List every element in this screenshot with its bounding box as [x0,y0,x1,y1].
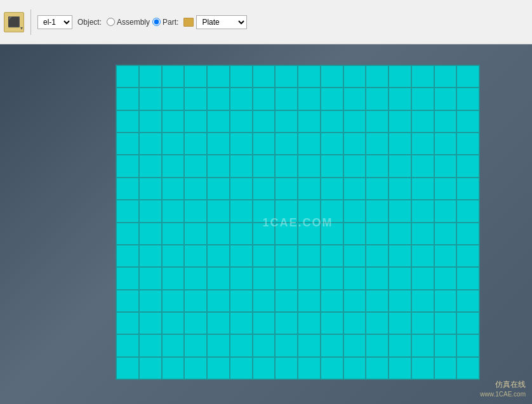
mesh-cell [343,178,366,200]
model-select[interactable]: el-1 el-2 [37,15,72,29]
mesh-cell [275,267,298,289]
mesh-cell [253,312,276,334]
mesh-cell [184,267,207,289]
mesh-cell [207,312,230,334]
mesh-cell [253,267,276,289]
mesh-cell [411,357,434,379]
mesh-cell [411,178,434,200]
mesh-cell [456,312,479,334]
mesh-cell [253,357,276,379]
mesh-cell [321,88,343,110]
mesh-cell [456,178,479,200]
mesh-cell [456,65,479,88]
mesh-cell [411,155,434,177]
mesh-cell [389,290,411,312]
assembly-radio-label[interactable]: Assembly [107,18,150,27]
mesh-cell [456,334,479,356]
mesh-cell [366,110,389,133]
mesh-cell [389,245,411,267]
mesh-cell [366,178,389,200]
mesh-cell [389,223,411,245]
mesh-cell [343,200,366,222]
mesh-cell [230,155,253,177]
part-radio-label[interactable]: Part: [152,18,178,27]
mesh-cell [389,88,411,110]
mesh-cell [411,65,434,88]
mesh-cell [275,245,298,267]
mesh-cell [411,88,434,110]
mesh-cell [230,223,253,245]
toolbar: ⬛ el-1 el-2 Object: Assembly Part: Plate… [0,0,532,44]
mesh-cell [116,200,139,222]
mesh-cell [184,110,207,133]
mesh-cell [116,155,139,177]
mesh-cell [321,290,343,312]
mesh-cell [321,178,343,200]
mesh-cell [253,334,276,356]
mesh-cell [184,334,207,356]
mesh-cell [389,65,411,88]
mesh-cell [253,200,276,222]
mesh-cell [116,312,139,334]
part-select[interactable]: Plate Part-1 [196,15,247,29]
mesh-cell [207,65,230,88]
mesh-cell [207,245,230,267]
mesh-cell [343,223,366,245]
mesh-cell [139,155,162,177]
mesh-cell [116,178,139,200]
mesh-cell [456,290,479,312]
mesh-cell [139,334,162,356]
mesh-cell [162,155,185,177]
mesh-cell [230,133,253,155]
mesh-cell [456,110,479,133]
mesh-cell [139,65,162,88]
mesh-cell [456,200,479,222]
mesh-cell [162,245,185,267]
watermark-bottom-right: 仿真在线 www.1CAE.com [480,379,526,399]
mesh-cell [343,312,366,334]
mesh-cell [389,312,411,334]
mesh-cell [456,245,479,267]
mesh-cell [343,357,366,379]
mesh-cell [230,267,253,289]
mesh-cell [366,155,389,177]
cube-icon: ⬛ [8,16,20,28]
mesh-cell [389,178,411,200]
mesh-cell [139,88,162,110]
mesh-cell [139,178,162,200]
mesh-cell [230,312,253,334]
mesh-cell [184,88,207,110]
mesh-cell [162,357,185,379]
toolbar-icon-button[interactable]: ⬛ [4,12,24,32]
mesh-cell [298,357,321,379]
mesh-cell [207,200,230,222]
mesh-cell [275,223,298,245]
watermark-line2: www.1CAE.com [480,390,526,399]
mesh-cell [139,223,162,245]
mesh-cell [434,290,457,312]
mesh-cell [184,65,207,88]
mesh-cell [366,245,389,267]
mesh-cell [184,200,207,222]
mesh-cell [321,110,343,133]
mesh-cell [253,88,276,110]
mesh-cell [162,267,185,289]
mesh-cell [184,178,207,200]
mesh-cell [366,357,389,379]
mesh-cell [207,110,230,133]
mesh-cell [275,65,298,88]
mesh-cell [434,110,457,133]
mesh-cell [116,88,139,110]
mesh-cell [298,245,321,267]
mesh-cell [343,267,366,289]
assembly-radio[interactable] [107,18,115,26]
mesh-cell [230,65,253,88]
mesh-cell [343,245,366,267]
part-radio[interactable] [152,18,161,26]
mesh-cell [116,267,139,289]
mesh-cell [207,290,230,312]
mesh-cell [275,178,298,200]
mesh-cell [321,200,343,222]
mesh-cell [275,200,298,222]
mesh-cell [298,200,321,222]
